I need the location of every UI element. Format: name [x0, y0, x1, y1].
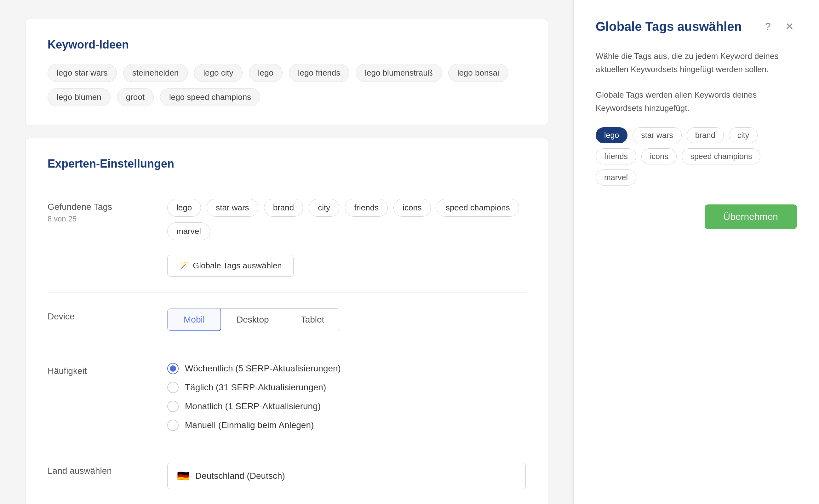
side-description-1: Wähle die Tags aus, die zu jedem Keyword… — [596, 50, 797, 76]
found-tag[interactable]: speed champions — [437, 199, 519, 217]
side-panel: Globale Tags auswählen ? ✕ Wähle die Tag… — [573, 0, 819, 504]
keyword-ideas-title: Keyword-Ideen — [48, 38, 526, 51]
global-tags-button[interactable]: 🪄 Globale Tags auswählen — [167, 255, 294, 277]
country-content: 🇩🇪 Deutschland (Deutsch) — [167, 463, 526, 489]
found-tag[interactable]: city — [309, 199, 339, 217]
keyword-chip[interactable]: lego blumenstrauß — [356, 64, 442, 82]
found-tag[interactable]: lego — [167, 199, 201, 217]
side-tag[interactable]: marvel — [596, 169, 636, 186]
keyword-chip[interactable]: lego bonsai — [448, 64, 508, 82]
frequency-label: Häufigkeit — [48, 363, 167, 376]
found-tag[interactable]: star wars — [207, 199, 258, 217]
device-button-tablet[interactable]: Tablet — [285, 309, 340, 331]
frequency-radio-item[interactable]: Monatlich (1 SERP-Aktualisierung) — [167, 401, 526, 412]
found-tag[interactable]: marvel — [167, 222, 210, 240]
device-label: Device — [48, 308, 167, 322]
side-tag[interactable]: star wars — [633, 127, 681, 143]
device-group: MobilDesktopTablet — [167, 308, 340, 331]
radio-circle — [167, 363, 179, 374]
side-tag[interactable]: lego — [596, 127, 627, 143]
keyword-chip[interactable]: lego speed champions — [160, 88, 260, 106]
keyword-chip[interactable]: lego — [249, 64, 283, 82]
found-tags-count: 8 von 25 — [48, 215, 167, 223]
country-select[interactable]: 🇩🇪 Deutschland (Deutsch) — [167, 463, 526, 489]
experts-title: Experten-Einstellungen — [48, 157, 526, 170]
side-panel-header: Globale Tags auswählen ? ✕ — [596, 19, 797, 34]
tags-container: legostar warsbrandcityfriendsiconsspeed … — [167, 199, 526, 240]
keyword-ideas-section: Keyword-Ideen lego star warssteinehelden… — [25, 19, 548, 125]
radio-circle — [167, 401, 179, 412]
found-tag[interactable]: friends — [345, 199, 388, 217]
keyword-chip[interactable]: groot — [117, 88, 154, 106]
found-tag[interactable]: brand — [264, 199, 303, 217]
side-panel-actions: ? ✕ — [760, 19, 797, 34]
radio-circle — [167, 382, 179, 393]
frequency-label-text: Täglich (31 SERP-Aktualisierungen) — [185, 382, 326, 392]
close-button[interactable]: ✕ — [782, 19, 797, 34]
keyword-chip[interactable]: steinehelden — [123, 64, 188, 82]
device-row: Device MobilDesktopTablet — [48, 293, 526, 347]
frequency-radio-item[interactable]: Täglich (31 SERP-Aktualisierungen) — [167, 382, 526, 393]
device-content: MobilDesktopTablet — [167, 308, 526, 331]
side-tag[interactable]: brand — [687, 127, 724, 143]
frequency-content: Wöchentlich (5 SERP-Aktualisierungen)Täg… — [167, 363, 526, 431]
keyword-chip[interactable]: lego friends — [289, 64, 349, 82]
side-description-2: Globale Tags werden allen Keywords deine… — [596, 89, 797, 115]
keyword-chip[interactable]: lego blumen — [48, 88, 111, 106]
side-tag[interactable]: speed champions — [682, 148, 760, 164]
side-panel-title: Globale Tags auswählen — [596, 20, 742, 34]
accept-button[interactable]: Übernehmen — [705, 204, 797, 229]
found-tag[interactable]: icons — [393, 199, 431, 217]
found-tags-content: legostar warsbrandcityfriendsiconsspeed … — [167, 199, 526, 277]
keyword-chip[interactable]: lego city — [194, 64, 242, 82]
radio-group: Wöchentlich (5 SERP-Aktualisierungen)Täg… — [167, 363, 526, 431]
country-value: Deutschland (Deutsch) — [195, 471, 285, 481]
side-tags-container: legostar warsbrandcityfriendsiconsspeed … — [596, 127, 797, 186]
device-button-desktop[interactable]: Desktop — [221, 309, 285, 331]
frequency-radio-item[interactable]: Wöchentlich (5 SERP-Aktualisierungen) — [167, 363, 526, 374]
frequency-label-text: Manuell (Einmalig beim Anlegen) — [185, 420, 314, 430]
radio-circle — [167, 420, 179, 431]
frequency-label-text: Monatlich (1 SERP-Aktualisierung) — [185, 401, 321, 411]
magic-icon: 🪄 — [179, 261, 189, 271]
side-tag[interactable]: city — [729, 127, 758, 143]
country-label: Land auswählen — [48, 463, 167, 476]
country-row: Land auswählen 🇩🇪 Deutschland (Deutsch) — [48, 447, 526, 504]
device-button-mobil[interactable]: Mobil — [167, 308, 221, 331]
frequency-radio-item[interactable]: Manuell (Einmalig beim Anlegen) — [167, 420, 526, 431]
side-tag[interactable]: icons — [641, 148, 677, 164]
found-tags-row: Gefundene Tags 8 von 25 legostar warsbra… — [48, 183, 526, 293]
frequency-label-text: Wöchentlich (5 SERP-Aktualisierungen) — [185, 364, 341, 374]
keyword-ideas-list: lego star warssteineheldenlego citylegol… — [48, 64, 526, 106]
experts-section: Experten-Einstellungen Gefundene Tags 8 … — [25, 138, 548, 504]
side-tag[interactable]: friends — [596, 148, 636, 164]
main-panel: Keyword-Ideen lego star warssteinehelden… — [0, 0, 573, 504]
found-tags-label: Gefundene Tags 8 von 25 — [48, 199, 167, 230]
frequency-row: Häufigkeit Wöchentlich (5 SERP-Aktualisi… — [48, 347, 526, 447]
country-flag: 🇩🇪 — [177, 470, 190, 482]
help-button[interactable]: ? — [760, 19, 776, 34]
keyword-chip[interactable]: lego star wars — [48, 64, 117, 82]
